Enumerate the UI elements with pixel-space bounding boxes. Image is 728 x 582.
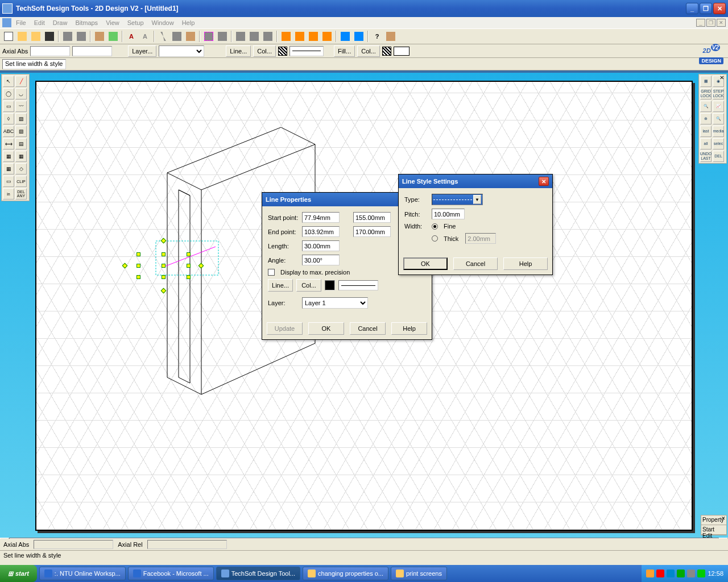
axial-y-input[interactable] xyxy=(72,46,112,56)
line-style-button[interactable]: Line... xyxy=(226,45,251,57)
ungroup-button[interactable] xyxy=(248,30,260,43)
align-button[interactable] xyxy=(216,30,229,43)
plot-button[interactable] xyxy=(75,30,88,43)
zoomall-button[interactable]: 🔍 xyxy=(713,113,724,124)
media-button[interactable]: media xyxy=(713,126,724,137)
menu-window[interactable]: Window xyxy=(152,19,174,26)
help-button[interactable] xyxy=(384,30,397,43)
menu-setup[interactable]: Setup xyxy=(127,19,144,26)
ls-cancel-button[interactable]: Cancel xyxy=(453,257,498,270)
fill-col-button[interactable]: Col... xyxy=(357,45,380,57)
fill-button[interactable]: Fill... xyxy=(334,45,355,57)
layers2-button[interactable] xyxy=(293,30,306,43)
layers1-button[interactable] xyxy=(280,30,292,43)
group-button[interactable] xyxy=(234,30,247,43)
system-tray[interactable]: 12:58 xyxy=(642,565,728,582)
paste-button[interactable] xyxy=(184,30,197,43)
axial-x-input[interactable] xyxy=(30,46,70,56)
right-toolbox-close[interactable]: ✕ xyxy=(719,74,726,81)
order-button[interactable] xyxy=(262,30,274,43)
grid1-tool[interactable]: ▦ xyxy=(3,151,14,162)
start-button[interactable]: ⊞start xyxy=(0,565,37,582)
menu-bitmaps[interactable]: Bitmaps xyxy=(75,19,98,26)
docked-close[interactable]: ✕ xyxy=(721,516,726,521)
open-button[interactable] xyxy=(16,30,28,43)
restore-button[interactable]: ❐ xyxy=(700,3,712,14)
lp-update-button[interactable]: Update xyxy=(267,322,303,335)
start-y-input[interactable] xyxy=(353,212,391,223)
line-col-swatch[interactable] xyxy=(278,47,287,56)
selec-button[interactable]: selec xyxy=(713,138,724,149)
circle-tool[interactable]: ◯ xyxy=(3,88,14,99)
line-col-button[interactable]: Col... xyxy=(253,45,276,57)
line-style-close[interactable]: ✕ xyxy=(539,177,549,186)
layers4-button[interactable] xyxy=(321,30,333,43)
text-a2-button[interactable]: A xyxy=(139,30,151,43)
ls-fine-radio[interactable] xyxy=(432,223,438,230)
minimize-button[interactable]: _ xyxy=(686,3,698,14)
task-printscreens[interactable]: print screens xyxy=(391,567,447,580)
whatsthis-button[interactable]: ? xyxy=(371,30,383,43)
tray-icon-2[interactable] xyxy=(656,569,664,577)
ls-help-button[interactable]: Help xyxy=(503,257,548,270)
ls-pitch-input[interactable] xyxy=(432,209,465,219)
line-tool[interactable]: ╱ xyxy=(15,76,27,87)
zoom2-button[interactable]: 📈 xyxy=(713,101,724,112)
lp-ok-button[interactable]: OK xyxy=(308,322,344,335)
all-button[interactable]: all xyxy=(700,138,712,149)
layers3-button[interactable] xyxy=(307,30,320,43)
end-y-input[interactable] xyxy=(353,226,391,237)
tray-icon-6[interactable] xyxy=(697,569,705,577)
select-all-button[interactable] xyxy=(202,30,215,43)
menu-draw[interactable]: Draw xyxy=(53,19,68,26)
dim-tool[interactable]: ⟷ xyxy=(3,138,14,149)
menu-file[interactable]: File xyxy=(16,19,26,26)
lp-layer-select[interactable]: Layer 1 xyxy=(302,297,368,309)
precision-checkbox[interactable] xyxy=(268,269,275,276)
cut-button[interactable] xyxy=(157,30,169,43)
task-changing[interactable]: changing properties o... xyxy=(303,567,388,580)
ls-thick-radio[interactable] xyxy=(432,235,438,242)
tray-icon-1[interactable] xyxy=(646,569,654,577)
line-style-title[interactable]: Line Style Settings ✕ xyxy=(399,174,552,188)
lp-col-button[interactable]: Col... xyxy=(296,279,321,292)
text-tool[interactable]: ABC xyxy=(3,126,14,137)
menu-help[interactable]: Help xyxy=(182,19,195,26)
layer-select[interactable] xyxy=(159,45,204,57)
copy-button[interactable] xyxy=(171,30,183,43)
lp-help-button[interactable]: Help xyxy=(391,322,427,335)
startedit-tab[interactable]: Start Edit xyxy=(701,525,726,535)
task-ntu[interactable]: :. NTU Online Worksp... xyxy=(39,567,126,580)
arc-tool[interactable]: ◡ xyxy=(15,88,27,99)
lp-line-button[interactable]: Line... xyxy=(268,279,293,292)
zoom1-button[interactable]: 🔍 xyxy=(700,101,712,112)
tray-icon-3[interactable] xyxy=(667,569,675,577)
ls-ok-button[interactable]: OK xyxy=(403,257,448,270)
fill-col-swatch[interactable] xyxy=(382,47,391,56)
render-button[interactable] xyxy=(353,30,365,43)
shape-tool[interactable]: ◊ xyxy=(3,113,14,124)
pointer-tool[interactable]: ↖ xyxy=(3,76,14,87)
layer-button[interactable]: Layer... xyxy=(128,45,156,57)
tray-icon-5[interactable] xyxy=(687,569,695,577)
mdi-restore-button[interactable]: ❐ xyxy=(706,19,715,27)
path-tool[interactable]: ▨ xyxy=(15,126,27,137)
iso2-tool[interactable]: ◇ xyxy=(15,163,27,174)
library-button[interactable] xyxy=(93,30,106,43)
lp-cancel-button[interactable]: Cancel xyxy=(350,322,386,335)
task-facebook[interactable]: Facebook - Microsoft ... xyxy=(128,567,214,580)
grid2-tool[interactable]: ▦ xyxy=(15,151,27,162)
del-button[interactable]: DEL xyxy=(713,151,724,162)
rect-tool[interactable]: ▭ xyxy=(3,101,14,112)
clip-tool[interactable]: CLIP xyxy=(15,176,27,187)
grid-icon[interactable]: ▦ xyxy=(700,76,712,87)
task-techsoft[interactable]: TechSoft Design Tool... xyxy=(216,567,300,580)
start-x-input[interactable] xyxy=(302,212,340,223)
in-tool[interactable]: in xyxy=(3,188,14,199)
menu-edit[interactable]: Edit xyxy=(34,19,45,26)
gridlock-button[interactable]: GRID LOCK xyxy=(700,88,712,99)
iso1-tool[interactable]: ▦ xyxy=(3,163,14,174)
screen-button[interactable] xyxy=(339,30,351,43)
ls-type-dropdown[interactable]: ▼ xyxy=(432,194,483,205)
undolast-button[interactable]: UNDO LAST xyxy=(700,151,712,162)
